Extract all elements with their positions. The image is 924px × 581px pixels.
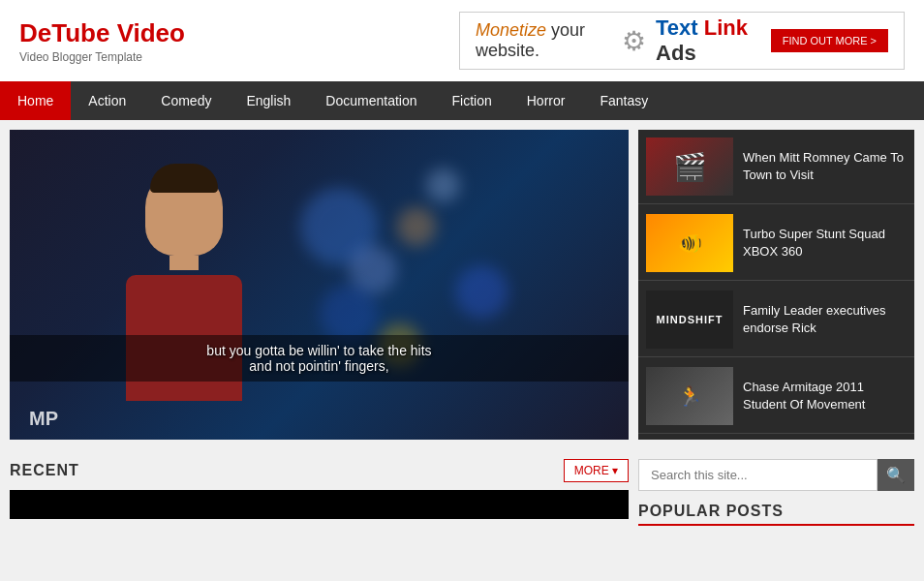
search-button[interactable]: 🔍 (878, 459, 914, 491)
sidebar-title-2: Family Leader executives endorse Rick (743, 302, 907, 337)
site-title-block: DeTube Video Video Blogger Template (19, 18, 185, 64)
sidebar-item-1[interactable]: 🐠 Turbo Super Stunt Squad XBOX 360 (638, 206, 914, 281)
video-frame: but you gotta be willin' to take the hit… (10, 130, 629, 440)
site-title[interactable]: DeTube Video (19, 18, 185, 48)
nav-comedy[interactable]: Comedy (143, 81, 229, 120)
sidebar-item-0[interactable]: 🎬 When Mitt Romney Came To Town to Visit (638, 130, 914, 204)
ad-find-out-button[interactable]: FIND OUT MORE > (771, 29, 888, 52)
bokeh-light-3 (397, 207, 436, 246)
bokeh-light-7 (455, 265, 508, 319)
ad-brand-text: Text (656, 15, 704, 40)
nav-english[interactable]: English (229, 81, 308, 120)
mp-logo: MP (29, 408, 58, 430)
nav-fantasy[interactable]: Fantasy (582, 81, 665, 120)
sidebar-item-3[interactable]: 🏃 Chase Armitage 2011 Student Of Movemen… (638, 359, 914, 434)
sidebar-title-0: When Mitt Romney Came To Town to Visit (743, 149, 907, 184)
recent-label: RECENT (10, 462, 79, 479)
thumb-mindshift-image: MINDSHIFT (646, 290, 733, 349)
sidebar-thumb-2: MINDSHIFT (646, 290, 733, 349)
nav-documentation[interactable]: Documentation (308, 81, 434, 120)
sidebar: 🎬 When Mitt Romney Came To Town to Visit… (638, 130, 914, 440)
sidebar-thumb-1: 🐠 (646, 214, 733, 272)
sidebar-thumb-3: 🏃 (646, 367, 733, 425)
thumb-romney-image: 🎬 (646, 138, 733, 196)
search-input[interactable] (638, 459, 878, 491)
man-neck (169, 256, 199, 270)
left-column: but you gotta be willin' to take the hit… (10, 130, 629, 440)
sidebar-thumb-0: 🎬 (646, 138, 733, 196)
video-player[interactable]: but you gotta be willin' to take the hit… (10, 130, 629, 440)
recent-header: RECENT MORE ▾ (10, 459, 629, 482)
video-subtitle: but you gotta be willin' to take the hit… (10, 335, 629, 382)
bokeh-light-5 (426, 168, 460, 202)
search-box: 🔍 (638, 459, 914, 491)
video-subject (87, 168, 281, 420)
nav-home[interactable]: Home (0, 81, 71, 120)
man-head (145, 168, 223, 256)
thumb-xbox-image: 🐠 (646, 214, 733, 272)
nav-horror[interactable]: Horror (509, 81, 583, 120)
navbar: Home Action Comedy English Documentation… (0, 81, 924, 120)
thumb-chase-image: 🏃 (646, 367, 733, 425)
recent-preview (10, 490, 629, 519)
nav-action[interactable]: Action (71, 81, 143, 120)
ad-brand: Text Link Ads (656, 15, 761, 66)
sidebar-item-2[interactable]: MINDSHIFT Family Leader executives endor… (638, 283, 914, 357)
popular-posts-label: POPULAR POSTS (638, 503, 914, 526)
header: DeTube Video Video Blogger Template Mone… (0, 0, 924, 81)
bokeh-light-4 (320, 285, 378, 343)
bottom-section: RECENT MORE ▾ 🔍 POPULAR POSTS (0, 449, 924, 535)
bottom-left: RECENT MORE ▾ (10, 459, 629, 526)
ad-text: Monetize your website. (476, 20, 612, 61)
more-button[interactable]: MORE ▾ (564, 459, 629, 482)
nav-fiction[interactable]: Fiction (435, 81, 509, 120)
main-content: but you gotta be willin' to take the hit… (0, 120, 924, 449)
sidebar-title-1: Turbo Super Stunt Squad XBOX 360 (743, 226, 907, 260)
sidebar-title-3: Chase Armitage 2011 Student Of Movement (743, 379, 907, 413)
ad-logo-icon: ⚙ (622, 25, 646, 57)
bottom-right: 🔍 POPULAR POSTS (638, 459, 914, 526)
ad-brand-link: Link (704, 15, 748, 40)
man-hair (150, 164, 218, 193)
ad-monetize: Monetize (476, 20, 546, 40)
ad-banner: Monetize your website. ⚙ Text Link Ads F… (459, 12, 905, 70)
site-subtitle: Video Blogger Template (19, 50, 185, 64)
